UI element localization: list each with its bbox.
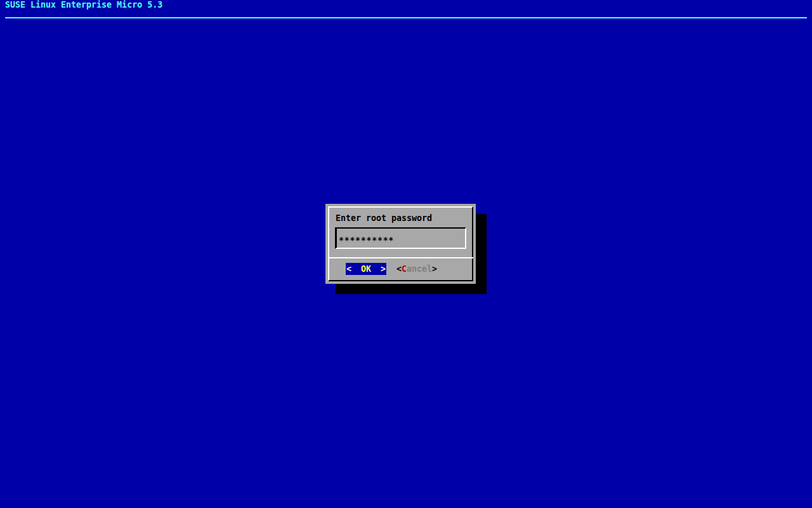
header-rule xyxy=(5,17,807,18)
cancel-left-bracket: < xyxy=(396,264,402,274)
dialog-title: Enter root password xyxy=(336,213,432,224)
cancel-button[interactable]: <Cancel> xyxy=(396,263,437,275)
ok-button-label: OK xyxy=(361,264,371,274)
root-password-dialog: Enter root password ********** < OK > <C… xyxy=(325,204,476,284)
ok-button[interactable]: < OK > xyxy=(346,263,386,275)
screen-title: SUSE Linux Enterprise Micro 5.3 xyxy=(5,0,162,10)
cancel-shortcut-letter: C xyxy=(402,264,407,274)
password-input[interactable]: ********** xyxy=(335,227,466,249)
ok-right-bracket: > xyxy=(381,264,386,274)
button-separator xyxy=(328,257,473,258)
console-screen: { "screen": { "title": "SUSE Linux Enter… xyxy=(0,0,812,508)
ok-left-bracket: < xyxy=(346,264,351,274)
cancel-right-bracket: > xyxy=(432,264,437,274)
cancel-button-label: ancel xyxy=(407,264,432,274)
password-mask: ********** xyxy=(339,236,394,245)
